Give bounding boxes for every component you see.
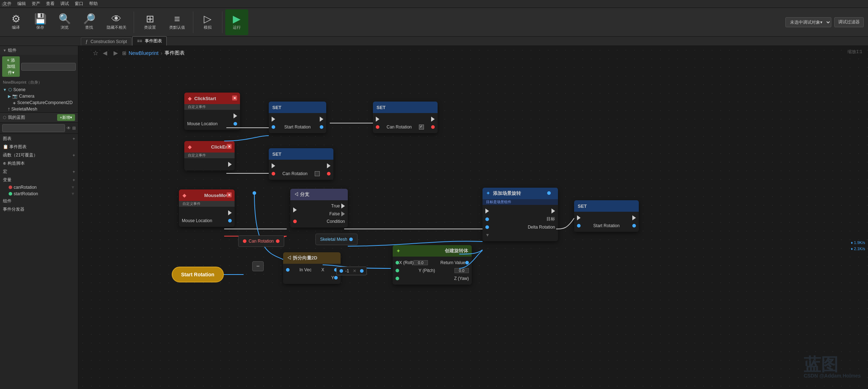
set-cr2-checkbox[interactable] xyxy=(315,171,320,176)
favorite-button[interactable]: ☆ xyxy=(93,49,98,57)
tree-scene-capture[interactable]: ◈ SceneCaptureComponent2D xyxy=(10,99,78,106)
tree-scene[interactable]: ▼ ⬡ Scene xyxy=(0,86,78,93)
components-bp-header[interactable]: 组件 xyxy=(0,197,78,205)
create-rotation-node[interactable]: ✦ 创建旋转体 X (Roll) Return Value Y (Pitch) xyxy=(393,245,472,285)
set-sr2-var-row: Start Rotation xyxy=(574,222,639,230)
set-cr-checkbox[interactable] xyxy=(419,125,424,130)
create-rot-y-input[interactable] xyxy=(454,268,469,273)
start-rotation-oval-label: Start Rotation xyxy=(181,272,214,277)
set-start-rotation-node[interactable]: SET Start Rotation xyxy=(269,102,326,133)
scene-label: Scene xyxy=(13,87,26,92)
start-rotation-oval-node[interactable]: Start Rotation xyxy=(172,267,224,282)
set-cr-in-pin xyxy=(376,125,379,129)
click-end-body xyxy=(184,158,235,170)
split-vector-node[interactable]: ◁ 拆分向量2D In Vec X Y xyxy=(283,252,341,284)
can-rotation-var-node[interactable]: Can Rotation xyxy=(238,235,284,247)
back-button[interactable]: ◀ xyxy=(101,49,109,57)
var-start-rotation[interactable]: startRotation ▼ xyxy=(0,191,78,197)
click-start-mouse-pin xyxy=(234,122,237,126)
tab-construction-script[interactable]: ƒ Construction Script xyxy=(81,37,131,46)
my-blueprint-search[interactable] xyxy=(2,124,65,132)
class-settings-button[interactable]: ⊞ 类设置 xyxy=(137,9,163,35)
mouse-move-subtitle: 自定义事件 xyxy=(179,201,235,207)
eye-icon[interactable]: 👁 xyxy=(66,126,71,131)
add-scene-delta-label: Delta Rotation xyxy=(528,225,555,230)
defaults-button[interactable]: ≡ 类默认值 xyxy=(164,9,190,35)
click-end-node[interactable]: ◆ ClickEnd ✕ 自定义事件 xyxy=(184,141,235,170)
my-blueprint-icon: ⬡ xyxy=(3,115,6,120)
add-scene-rotation-node[interactable]: ✦ 添加场景旋转 目标是场景组件 目标 Delta Rotation xyxy=(483,188,558,241)
camera-label: Camera xyxy=(19,94,34,99)
set-can-rotation-node[interactable]: SET Can Rotation xyxy=(373,102,438,133)
find-button[interactable]: 🔎 查找 xyxy=(78,9,101,35)
var-can-rotation[interactable]: canRotation ▼ xyxy=(0,184,78,191)
menu-debug[interactable]: 调试 xyxy=(60,1,69,7)
forward-button[interactable]: ▶ xyxy=(111,49,120,57)
debug-object-select[interactable]: 未选中调试对象▾ xyxy=(785,17,831,27)
can-rotation-var-label: canRotation xyxy=(14,185,37,190)
save-button[interactable]: 💾 保存 xyxy=(29,9,52,35)
set-cr2-var-label: Can Rotation xyxy=(282,171,308,176)
construction-script-section[interactable]: ⊕ 构造脚本 xyxy=(0,159,78,168)
set-sr-out-pin xyxy=(320,125,323,129)
filter-icon[interactable]: ⊞ xyxy=(72,126,76,131)
macros-add[interactable]: + xyxy=(73,169,75,174)
mouse-move-node[interactable]: ◆ MouseMove ✕ 自定义事件 Mouse Location xyxy=(179,189,235,227)
set-sr-in-pin xyxy=(272,125,275,129)
hide-icon: 👁 xyxy=(111,14,121,24)
tab-event-graph[interactable]: ≡≡ 事件图表 xyxy=(132,36,166,46)
click-start-close[interactable]: ✕ xyxy=(232,95,237,100)
branch-node[interactable]: ◁ 分支 True False xyxy=(290,189,348,228)
component-search-input[interactable] xyxy=(21,63,76,71)
play-button[interactable]: ▶ 运行 xyxy=(225,9,248,35)
split-vec-y-label: Y xyxy=(331,275,334,280)
debug-filter-button[interactable]: 调试过滤器 xyxy=(834,17,864,27)
add-component-button[interactable]: + 添加组件▾ xyxy=(2,56,20,77)
click-end-exec-row xyxy=(184,160,235,168)
set-sr-body: Start Rotation xyxy=(269,113,326,133)
set-can-rotation2-node[interactable]: SET Can Rotation xyxy=(269,148,333,180)
menu-window[interactable]: 窗口 xyxy=(75,1,83,7)
menu-asset[interactable]: 资产 xyxy=(32,1,40,7)
compile-button[interactable]: ⚙ 编译 xyxy=(4,9,27,35)
skeletal-mesh-var-node[interactable]: Skeletal Mesh xyxy=(315,234,357,245)
zoom-indicator: 缩放1:1 xyxy=(848,49,862,55)
add-scene-subtitle: 目标是场景组件 xyxy=(483,199,558,205)
event-dispatchers-header[interactable]: 事件分发器 xyxy=(0,205,78,214)
new-button[interactable]: +新增▾ xyxy=(57,114,75,121)
functions-header[interactable]: 函数（21可覆盖） + xyxy=(0,151,78,159)
split-vec-title: ◁ 拆分向量2D xyxy=(287,255,317,261)
graphs-add[interactable]: + xyxy=(73,136,75,141)
variables-label: 变量 xyxy=(3,177,11,183)
set-start-rotation2-node[interactable]: SET Start Rotation xyxy=(574,200,639,232)
neg-one-node[interactable]: -1 ✕ xyxy=(336,267,367,275)
split-vec-invec-pin xyxy=(286,268,290,272)
click-end-close[interactable]: ✕ xyxy=(227,144,232,149)
watermark-text: 蓝图 xyxy=(804,356,861,373)
click-end-header: ◆ ClickEnd ✕ xyxy=(184,141,235,153)
tree-skeletal-mesh[interactable]: † SkeletalMesh xyxy=(5,106,78,112)
create-rot-x-input[interactable] xyxy=(414,260,428,265)
macros-header[interactable]: 宏 + xyxy=(0,168,78,176)
skeletal-mesh-label: Skeletal Mesh xyxy=(320,237,347,242)
split-vec-y-row: Y xyxy=(283,274,341,282)
click-start-node[interactable]: ◆ ClickStart ✕ 自定义事件 Mouse Location xyxy=(184,93,240,130)
variables-add[interactable]: + xyxy=(73,178,75,183)
construction-script-label: ⊕ 构造脚本 xyxy=(3,160,25,167)
menu-edit[interactable]: 编辑 xyxy=(17,1,26,7)
click-start-mouse-row: Mouse Location xyxy=(184,120,240,128)
browse-button[interactable]: 🔍 浏览 xyxy=(53,9,76,35)
menu-help[interactable]: 帮助 xyxy=(89,1,98,7)
hide-unrelated-button[interactable]: 👁 隐藏不相关 xyxy=(102,9,131,35)
subtract-node[interactable]: − xyxy=(252,261,264,271)
event-graph-section[interactable]: 📋 事件图表 xyxy=(0,143,78,151)
simulate-button[interactable]: ▷ 模拟 xyxy=(196,9,219,35)
tree-camera[interactable]: ▶ 📷 Camera xyxy=(5,93,78,99)
create-rot-y-row: Y (Pitch) xyxy=(393,267,472,275)
menu-view[interactable]: 查看 xyxy=(46,1,55,7)
mouse-move-close[interactable]: ✕ xyxy=(227,192,232,197)
graphs-header[interactable]: 图表 + xyxy=(0,135,78,143)
functions-add[interactable]: + xyxy=(73,153,75,158)
variables-header[interactable]: 变量 + xyxy=(0,176,78,184)
canvas-area[interactable]: ☆ ◀ ▶ ⊞ NewBlueprint › 事件图表 缩放1:1 xyxy=(78,46,868,389)
